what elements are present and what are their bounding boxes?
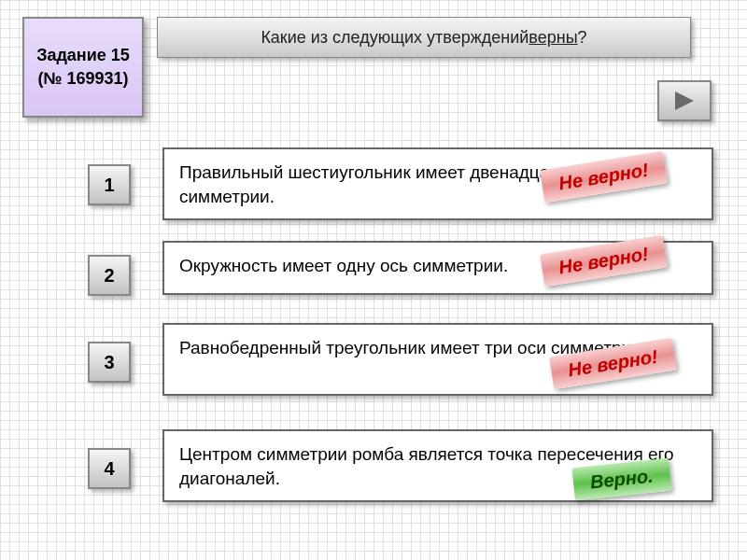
- task-label-line2: (№ 169931): [37, 67, 128, 91]
- option-button-2[interactable]: 2: [88, 255, 131, 296]
- option-button-4[interactable]: 4: [88, 448, 131, 489]
- question-underlined: верны: [529, 28, 577, 48]
- arrow-right-icon: [671, 88, 698, 114]
- question-suffix: ?: [578, 28, 587, 48]
- option-number: 4: [104, 458, 114, 480]
- answer-text: Окружность имеет одну ось симметрии.: [179, 256, 508, 275]
- svg-marker-0: [675, 91, 694, 110]
- option-button-3[interactable]: 3: [88, 342, 131, 383]
- option-number: 1: [104, 175, 114, 196]
- question-prefix: Какие из следующих утверждений: [261, 28, 529, 48]
- next-button[interactable]: [657, 80, 712, 121]
- task-number-box: Задание 15 (№ 169931): [22, 17, 144, 118]
- option-button-1[interactable]: 1: [88, 164, 131, 205]
- option-number: 3: [104, 352, 114, 373]
- question-bar: Какие из следующих утверждений верны ?: [157, 17, 691, 58]
- stamp-label: Верно.: [589, 466, 655, 493]
- task-label-line1: Задание 15: [36, 44, 130, 67]
- option-number: 2: [104, 265, 114, 287]
